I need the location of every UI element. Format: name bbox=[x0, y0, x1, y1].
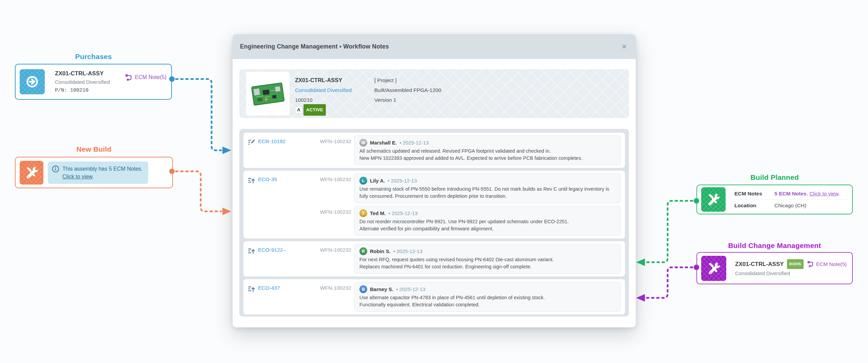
tools-icon bbox=[701, 256, 726, 281]
purchases-card: ZX01-CTRL-ASSY Consolidated Diversified … bbox=[15, 64, 172, 100]
rohs-badge: ROHS bbox=[787, 259, 804, 269]
workflow-note: WFN-100232 B Barney S. • 2025-12-13 Use … bbox=[313, 282, 621, 312]
assembly-manufacturer-link[interactable]: Consolidated Diversified bbox=[295, 85, 369, 95]
change-id-link[interactable]: ECO-9122– bbox=[258, 247, 286, 253]
note-date: • 2025-12-13 bbox=[399, 140, 429, 146]
wfn-id: WFN-100232 bbox=[313, 244, 354, 274]
row-divider bbox=[734, 199, 847, 200]
ecm-branch-icon bbox=[124, 73, 133, 81]
new-build-card: This assembly has 5 ECM Notes. Click to … bbox=[15, 157, 173, 188]
tools-icon bbox=[20, 161, 43, 185]
avatar: R bbox=[359, 247, 367, 255]
note-bubble: T Ted M. • 2025-12-13 Do not reorder mic… bbox=[354, 206, 621, 236]
click-to-view-link[interactable]: Click to view bbox=[62, 174, 92, 179]
note-text: For next RFQ, request quotes using revis… bbox=[359, 256, 616, 270]
note-text: All schematics updated and released. Rev… bbox=[359, 148, 616, 162]
wfn-id: WFN-100232 bbox=[313, 206, 354, 236]
new-build-connector bbox=[169, 169, 231, 215]
status-badge: ACTIVE bbox=[303, 104, 326, 116]
change-row: ECR-10192 WFN-100232 M Marshall E. • 202… bbox=[243, 133, 625, 168]
note-author: Robin S. bbox=[370, 248, 391, 254]
avatar: B bbox=[359, 285, 367, 293]
note-bubble: B Barney S. • 2025-12-13 Use alternate c… bbox=[354, 282, 621, 312]
build-change-ecm-note-link[interactable]: ECM Note(5) bbox=[807, 260, 847, 268]
workflow-note: WFN-100232 M Marshall E. • 2025-12-13 Al… bbox=[313, 135, 621, 165]
new-build-title: New Build bbox=[15, 145, 173, 153]
ecm-branch-icon bbox=[807, 260, 814, 268]
modal-title: Engineering Change Management • Workflow… bbox=[240, 43, 389, 50]
change-id-link[interactable]: ECO-35 bbox=[258, 176, 277, 183]
assembly-summary: ZX01-CTRL-ASSY Consolidated Diversified … bbox=[239, 69, 629, 118]
change-row: ECO-9122– WFN-100232 R Robin S. • 2025-1… bbox=[243, 241, 625, 276]
click-to-view-link[interactable]: Click to view bbox=[809, 191, 838, 196]
ecm-notes-count: 5 ECM Notes bbox=[774, 191, 807, 196]
wfn-id: WFN-100232 bbox=[313, 135, 354, 165]
note-author: Barney S. bbox=[370, 286, 393, 292]
note-date: • 2025-12-13 bbox=[396, 286, 425, 292]
ecm-note-label: ECM Note(5) bbox=[135, 74, 166, 80]
ecm-notes-label: ECM Notes bbox=[734, 191, 774, 197]
workflow-note: WFN-100232 L Lily A. • 2025-12-13 Use re… bbox=[313, 173, 621, 203]
assembly-version: Version 1 bbox=[374, 95, 441, 105]
purchases-pn: P/N: 100210 bbox=[55, 86, 110, 95]
eco-icon bbox=[248, 285, 255, 293]
note-author: Ted M. bbox=[370, 210, 386, 216]
pcb-image bbox=[248, 74, 288, 114]
location-value: Chicago (CH) bbox=[774, 203, 806, 209]
purchases-title: Purchases bbox=[15, 53, 172, 61]
build-change-card: ZX01-CTRL-ASSY ROHS ECM Note(5) Consolid… bbox=[696, 252, 853, 284]
note-text: Use remaining stock of PN-5550 before in… bbox=[359, 186, 616, 200]
change-row: ECO-437 WFN-100232 B Barney S. • 2025-12… bbox=[243, 279, 625, 314]
build-change-manufacturer: Consolidated Diversified bbox=[735, 269, 847, 278]
note-text: Do not reorder microcontroller PN-9921. … bbox=[359, 218, 616, 232]
change-row: ECO-35 WFN-100232 L Lily A. • 2025-12-13… bbox=[243, 171, 625, 238]
ecm-info-box: This assembly has 5 ECM Notes. Click to … bbox=[48, 161, 148, 184]
ecr-icon bbox=[248, 138, 255, 146]
info-icon bbox=[52, 165, 59, 173]
note-date: • 2025-12-13 bbox=[388, 210, 417, 216]
purchases-connector bbox=[169, 76, 231, 154]
change-id-link[interactable]: ECR-10192 bbox=[258, 138, 285, 145]
assembly-item-code: 100210 bbox=[295, 95, 369, 105]
purchase-order-icon bbox=[20, 69, 45, 94]
info-text: This assembly has 5 ECM Notes. bbox=[62, 166, 143, 172]
assembly-description: Built/Assembled FPGA-1200 bbox=[374, 85, 441, 95]
ecm-workflow-notes-modal: Engineering Change Management • Workflow… bbox=[233, 34, 636, 327]
close-icon[interactable]: ✕ bbox=[622, 43, 627, 50]
note-date: • 2025-12-13 bbox=[388, 178, 417, 184]
change-id-link[interactable]: ECO-437 bbox=[258, 285, 280, 291]
eco-icon bbox=[248, 247, 255, 255]
purchases-ecm-note-link[interactable]: ECM Note(5) bbox=[124, 73, 166, 81]
workflow-note: WFN-100232 R Robin S. • 2025-12-13 For n… bbox=[313, 244, 621, 274]
note-author: Lily A. bbox=[370, 178, 385, 184]
canvas: { "colors": { "purchases_blue": "#2e93cc… bbox=[0, 0, 868, 363]
build-change-title: Build Change Management bbox=[696, 242, 853, 250]
purchases-part-number: ZX01-CTRL-ASSY bbox=[55, 69, 110, 78]
note-text: Use alternate capacitor PN-4783 in place… bbox=[359, 294, 616, 308]
avatar: M bbox=[359, 139, 367, 147]
avatar: T bbox=[359, 209, 367, 217]
assembly-thumbnail bbox=[246, 72, 290, 115]
eco-icon bbox=[248, 176, 255, 184]
wfn-id: WFN-100232 bbox=[313, 173, 354, 203]
note-bubble: R Robin S. • 2025-12-13 For next RFQ, re… bbox=[354, 244, 621, 274]
avatar: L bbox=[359, 177, 367, 185]
ecm-note-label: ECM Note(5) bbox=[816, 260, 847, 268]
build-planned-card: ECM Notes 5 ECM Notes. Click to view. Lo… bbox=[696, 185, 853, 214]
assembly-category: [ Project ] bbox=[374, 75, 441, 85]
workflow-note: WFN-100232 T Ted M. • 2025-12-13 Do not … bbox=[313, 206, 621, 236]
assembly-part-number: ZX01-CTRL-ASSY bbox=[295, 75, 369, 85]
tools-icon bbox=[701, 187, 726, 212]
note-bubble: M Marshall E. • 2025-12-13 All schematic… bbox=[354, 135, 621, 165]
build-change-connector bbox=[636, 265, 699, 302]
rev-badge: A bbox=[295, 106, 302, 114]
purchases-manufacturer: Consolidated Diversified bbox=[55, 78, 110, 86]
modal-header: Engineering Change Management • Workflow… bbox=[233, 34, 636, 59]
location-label: Location bbox=[734, 203, 774, 209]
build-planned-title: Build Planned bbox=[696, 173, 853, 182]
note-date: • 2025-12-13 bbox=[393, 248, 422, 254]
note-author: Marshall E. bbox=[370, 140, 397, 146]
wfn-id: WFN-100232 bbox=[313, 282, 354, 312]
build-change-part-number: ZX01-CTRL-ASSY bbox=[735, 260, 784, 268]
build-planned-connector bbox=[636, 198, 699, 266]
